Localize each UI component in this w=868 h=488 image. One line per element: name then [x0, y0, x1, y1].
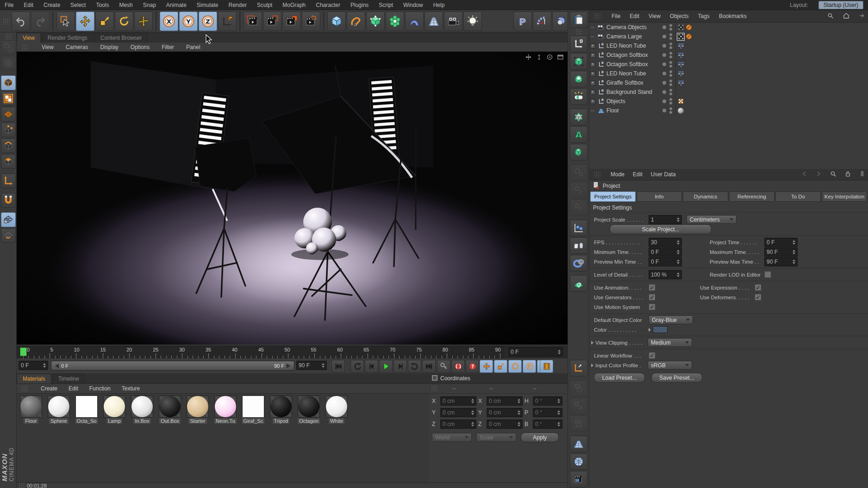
object-row[interactable]: + 0 Octagon Softbox — [589, 60, 868, 69]
coordinate-space-dropdown[interactable]: World — [432, 433, 472, 442]
end-frame-field[interactable]: 90 F — [296, 361, 327, 370]
display-tag[interactable] — [677, 43, 684, 49]
tab-referencing[interactable]: Referencing — [729, 191, 774, 202]
linear-workflow-checkbox[interactable] — [649, 352, 656, 359]
globe-icon[interactable] — [570, 453, 587, 470]
om-home-icon[interactable] — [843, 12, 849, 20]
modeling-objects-icon[interactable] — [570, 237, 587, 254]
rotate-tool[interactable] — [115, 12, 133, 31]
menu-script[interactable]: Script — [379, 2, 393, 8]
visibility-dots[interactable] — [669, 89, 672, 95]
om-menu-tags[interactable]: Tags — [698, 13, 710, 19]
current-frame-spinner[interactable] — [558, 350, 561, 354]
viewport-toggle-icon[interactable] — [557, 54, 564, 62]
object-name[interactable]: Objects — [606, 98, 661, 105]
texture-mode-button[interactable] — [1, 91, 16, 106]
size-z-field[interactable]: 0 cm — [487, 420, 523, 429]
size-x-field[interactable]: 0 cm — [487, 396, 523, 406]
play-button[interactable] — [379, 360, 393, 373]
view-clipping-expander[interactable] — [591, 341, 593, 345]
workplane-rotate-button[interactable] — [1, 228, 16, 243]
am-nav-back-icon[interactable] — [801, 171, 807, 178]
am-menu-mode[interactable]: Mode — [611, 171, 624, 178]
size-y-field[interactable]: 0 cm — [487, 408, 523, 417]
mode-toolbar-grip[interactable] — [5, 33, 12, 40]
preview-range-slider[interactable]: 0 F 90 F — [51, 361, 294, 371]
am-menu-edit[interactable]: Edit — [633, 171, 643, 178]
menu-create[interactable]: Create — [44, 2, 60, 8]
om-search-icon[interactable] — [827, 12, 834, 20]
material-item[interactable]: Starter — [184, 395, 211, 424]
play-backwards-button[interactable] — [350, 360, 364, 373]
pos-y-field[interactable]: 0 cm — [440, 408, 476, 417]
object-row[interactable]: + 0 Objects — [589, 97, 868, 106]
scatter-points-icon[interactable] — [570, 275, 587, 292]
material-item[interactable]: Lamp — [101, 395, 128, 424]
expand-toggle[interactable]: + — [590, 90, 595, 95]
display-tag[interactable] — [677, 80, 684, 86]
object-name[interactable]: Octagon Softbox — [606, 52, 661, 58]
layer-dot[interactable] — [662, 81, 666, 85]
move-tool[interactable] — [76, 12, 94, 31]
layer-dot[interactable] — [662, 62, 666, 66]
render-queue-icon[interactable] — [570, 471, 587, 488]
fps-field[interactable]: 30 — [649, 238, 682, 247]
autokeying-button[interactable] — [451, 360, 465, 373]
goto-start-button[interactable] — [331, 360, 345, 373]
render-lod-checkbox[interactable] — [764, 271, 771, 278]
visibility-dots[interactable] — [669, 70, 672, 77]
use-expression-checkbox[interactable] — [755, 284, 762, 291]
viewport-rotate-icon[interactable] — [546, 54, 553, 62]
scale-project-button[interactable]: Scale Project... — [610, 224, 712, 234]
om-menu-view[interactable]: View — [649, 13, 661, 19]
save-preset-button[interactable]: Save Preset... — [651, 373, 702, 383]
pose-morph-tool[interactable]: P — [513, 12, 532, 31]
display-tag[interactable] — [677, 61, 684, 68]
input-color-profile-expander[interactable] — [591, 364, 593, 367]
om-menu-file[interactable]: File — [612, 13, 620, 19]
coordinate-system-button[interactable] — [218, 12, 237, 31]
render-view-button[interactable] — [244, 12, 262, 31]
layer-dot[interactable] — [662, 99, 666, 103]
layout-selector[interactable]: Startup (User) — [818, 1, 863, 9]
reset-axis-icon[interactable]: 0 — [570, 36, 587, 52]
mat-menu-create[interactable]: Create — [41, 385, 57, 392]
am-lock-icon[interactable] — [845, 171, 851, 179]
expand-toggle[interactable]: + — [590, 80, 595, 86]
polygons-mode-button[interactable] — [1, 154, 16, 169]
key-position-toggle[interactable] — [480, 360, 493, 373]
viewport-3d-canvas[interactable] — [17, 52, 568, 345]
texture-axis-icon[interactable]: A — [570, 126, 587, 143]
object-row[interactable]: + 0 Giraffe Softbox — [589, 78, 868, 87]
timeline-ruler[interactable]: 051015202530354045505560657075808590 0 F — [17, 346, 568, 359]
object-row[interactable]: Camera Objects — [589, 23, 868, 32]
vp-menu-filter[interactable]: Filter — [162, 44, 174, 50]
torus-blue-icon[interactable] — [570, 255, 587, 272]
protection-tag[interactable] — [685, 24, 692, 31]
am-nav-forward-icon[interactable] — [816, 171, 822, 178]
menu-tools[interactable]: Tools — [96, 2, 109, 8]
material-item[interactable]: In.Box — [129, 395, 156, 424]
rot-p-field[interactable]: 0 ° — [533, 408, 562, 417]
visibility-dots[interactable] — [669, 107, 672, 114]
material-item[interactable]: Octagon — [295, 395, 322, 424]
material-tag[interactable] — [677, 107, 684, 114]
viewport-pan-icon[interactable] — [525, 54, 532, 62]
material-item[interactable]: White — [323, 395, 350, 424]
object-row[interactable]: + 0 LED Neon Tube — [589, 69, 868, 78]
edges-mode-button[interactable] — [1, 138, 16, 153]
render-region-button[interactable] — [263, 12, 281, 31]
vp-menu-cameras[interactable]: Cameras — [66, 44, 88, 50]
menu-window[interactable]: Window — [403, 2, 423, 8]
vp-menu-display[interactable]: Display — [100, 44, 118, 50]
menu-animate[interactable]: Animate — [166, 2, 187, 8]
points-mode-button[interactable] — [1, 123, 16, 137]
material-item[interactable]: Giraf_Sc — [240, 395, 267, 424]
add-deformer-button[interactable] — [405, 12, 424, 31]
tab-render-settings[interactable]: Render Settings — [42, 33, 94, 43]
object-name[interactable]: Octagon Softbox — [606, 61, 661, 68]
viewport-zoom-icon[interactable] — [536, 54, 543, 62]
scale-tool[interactable] — [95, 12, 114, 31]
lock-y-axis-button[interactable]: Y — [179, 12, 198, 31]
viewport-menu-grip[interactable] — [21, 44, 28, 50]
